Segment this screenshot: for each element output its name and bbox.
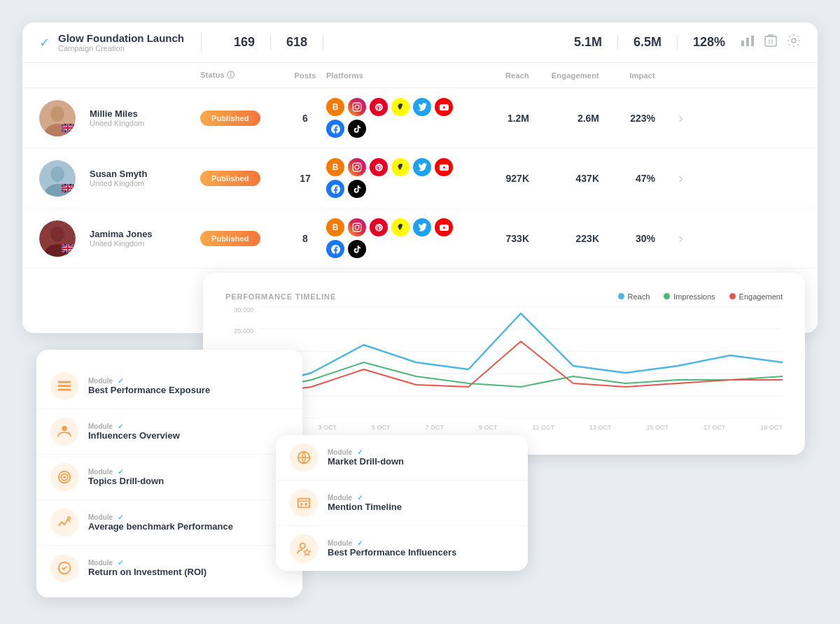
avatar-susan	[39, 160, 76, 197]
published-badge-susan: Published	[200, 171, 260, 186]
x-label-13oct: 13 OCT	[589, 424, 612, 431]
trash-icon[interactable]	[764, 34, 777, 51]
legend-reach: Reach	[618, 292, 650, 301]
module-label-4: Module ✓	[88, 513, 233, 521]
module-row-topics-drilldown[interactable]: Module ✓ Topics Drill-down	[36, 455, 302, 500]
platform-pinterest-j	[370, 218, 388, 236]
svg-rect-1	[746, 38, 749, 46]
campaign-title-block: Glow Foundation Launch Campaign Creation	[58, 32, 202, 52]
campaign-action-icons	[741, 34, 801, 51]
x-label-5oct: 5 OCT	[372, 424, 391, 431]
platform-facebook-s	[326, 180, 344, 198]
platform-blogger-j: B	[326, 218, 344, 236]
module-icon-roi	[50, 554, 78, 582]
arrow-susan[interactable]: ›	[655, 170, 683, 186]
svg-point-14	[355, 105, 359, 109]
modules-right-card: Module ✓ Market Drill-down Module ✓ Ment…	[276, 435, 528, 571]
module-name-roi: Return on Investment (ROI)	[88, 567, 206, 577]
module-label-5: Module ✓	[88, 559, 206, 567]
x-label-15oct: 15 OCT	[646, 424, 668, 431]
arrow-millie[interactable]: ›	[655, 110, 683, 126]
module-text-topics-drilldown: Module ✓ Topics Drill-down	[88, 468, 164, 486]
status-badge-millie: Published	[200, 111, 284, 126]
influencer-country-susan: United Kingdom	[90, 179, 147, 187]
x-axis: 1 OCT 3 OCT 5 OCT 7 OCT 9 OCT 11 OCT 13 …	[225, 424, 783, 431]
platform-facebook-j	[326, 240, 344, 258]
module-row-roi[interactable]: Module ✓ Return on Investment (ROI)	[36, 546, 302, 590]
platforms-jamima: B	[326, 218, 466, 258]
module-icon-person-wave	[50, 418, 78, 446]
module-row-best-influencers[interactable]: Module ✓ Best Performance Influencers	[276, 526, 528, 571]
platform-pinterest-s	[370, 158, 388, 176]
platform-youtube	[435, 98, 453, 116]
influencer-row-jamima[interactable]: Jamima Jones United Kingdom Published 8 …	[22, 208, 818, 269]
arrow-jamima[interactable]: ›	[655, 230, 683, 246]
module-name-market-drilldown: Market Drill-down	[328, 456, 404, 467]
campaign-stat-2: 618	[271, 35, 323, 50]
platform-snapchat-j	[391, 218, 410, 236]
platform-blogger-s: B	[326, 158, 344, 176]
module-row-market-drilldown[interactable]: Module ✓ Market Drill-down	[276, 435, 528, 481]
module-text-best-performance: Module ✓ Best Performance Exposure	[88, 377, 210, 395]
campaign-stat-1: 169	[218, 35, 271, 50]
status-badge-susan: Published	[200, 171, 284, 186]
svg-rect-46	[298, 499, 310, 508]
impact-susan: 47%	[599, 172, 655, 185]
svg-point-43	[68, 517, 71, 520]
timeline-legend: Reach Impressions Engagement	[618, 292, 783, 301]
influencer-name-susan: Susan Smyth	[90, 169, 147, 179]
svg-rect-13	[353, 103, 361, 111]
svg-point-22	[359, 164, 360, 165]
svg-rect-48	[305, 503, 307, 506]
svg-rect-2	[751, 36, 754, 46]
settings-icon[interactable]	[787, 34, 801, 51]
published-badge-jamima: Published	[200, 231, 260, 246]
legend-impressions: Impressions	[664, 292, 715, 301]
campaign-check-icon: ✓	[39, 35, 50, 50]
svg-point-29	[359, 225, 360, 225]
module-row-mention-timeline[interactable]: Module ✓ Mention Timeline	[276, 481, 528, 526]
campaign-stat-3: 5.1M	[559, 35, 618, 50]
published-badge-millie: Published	[200, 111, 260, 126]
platform-twitter-s	[413, 158, 431, 176]
y-label-25000: 25,000	[225, 327, 253, 334]
col-header-platforms: Platforms	[326, 71, 466, 80]
module-label-1: Module ✓	[88, 377, 210, 385]
platform-blogger: B	[326, 98, 344, 116]
influencer-name-block-millie: Millie Miles United Kingdom	[90, 108, 144, 127]
module-name-topics-drilldown: Topics Drill-down	[88, 476, 164, 486]
influencer-row-millie[interactable]: Millie Miles United Kingdom Published 6 …	[22, 88, 818, 148]
col-header-status: Status ⓘ	[200, 70, 284, 80]
module-row-best-performance[interactable]: Module ✓ Best Performance Exposure	[36, 364, 302, 409]
svg-point-21	[355, 165, 359, 169]
influencer-name-jamima: Jamima Jones	[90, 229, 153, 239]
col-header-posts: Posts	[284, 71, 326, 80]
platform-instagram	[348, 98, 366, 116]
engagement-susan: 437K	[529, 172, 599, 185]
influencer-name-millie: Millie Miles	[90, 108, 144, 119]
bar-chart-icon[interactable]	[741, 34, 755, 51]
campaign-title: Glow Foundation Launch	[58, 32, 184, 44]
platforms-susan: B	[326, 158, 466, 198]
x-label-11oct: 11 OCT	[532, 424, 554, 431]
module-icon-target	[50, 463, 78, 491]
svg-point-42	[63, 476, 66, 478]
module-text-mention-timeline: Module ✓ Mention Timeline	[328, 494, 402, 512]
col-header-engagement: Engagement	[529, 71, 599, 80]
svg-rect-20	[353, 163, 361, 171]
platform-snapchat-s	[391, 158, 410, 176]
platforms-millie: B	[326, 98, 466, 138]
module-row-influencers-overview[interactable]: Module ✓ Influencers Overview	[36, 409, 302, 455]
platform-instagram-s	[348, 158, 366, 176]
platform-twitter	[413, 98, 431, 116]
module-name-mention-timeline: Mention Timeline	[328, 502, 402, 512]
module-icon-bars	[50, 372, 78, 400]
y-label-30000: 30,000	[225, 306, 253, 313]
influencer-row-susan[interactable]: Susan Smyth United Kingdom Published 17 …	[22, 148, 818, 208]
avatar-jamima	[39, 220, 76, 257]
x-label-19oct: 19 OCT	[760, 424, 783, 431]
module-row-avg-benchmark[interactable]: Module ✓ Average benchmark Performance	[36, 500, 302, 546]
module-name-avg-benchmark: Average benchmark Performance	[88, 521, 233, 532]
platform-youtube-j	[435, 218, 453, 236]
svg-point-39	[62, 426, 66, 431]
